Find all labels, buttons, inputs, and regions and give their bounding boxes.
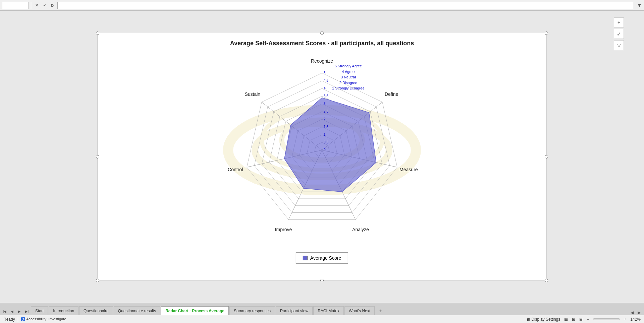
zoom-in-button[interactable]: + bbox=[624, 317, 626, 322]
chart-style-button[interactable]: ⤢ bbox=[614, 29, 624, 39]
resize-handle-br[interactable] bbox=[545, 279, 548, 282]
chart-container: Average Self-Assessment Scores - all par… bbox=[97, 33, 547, 281]
status-divider1 bbox=[18, 317, 18, 322]
sheet-nav-prev[interactable]: ◀ bbox=[9, 308, 15, 315]
chart-legend: Average Score bbox=[296, 252, 348, 264]
chart-filter-button[interactable]: ▽ bbox=[614, 40, 624, 50]
accessibility-icon: ♿ bbox=[21, 317, 25, 321]
legend-color-box bbox=[303, 256, 308, 260]
svg-text:2: 2 bbox=[324, 117, 326, 121]
zoom-bar bbox=[593, 318, 620, 320]
sheet-tabs-right: ◀ ▶ bbox=[629, 310, 642, 315]
view-page-break-icon[interactable]: ⊟ bbox=[579, 317, 583, 322]
zoom-out-button[interactable]: − bbox=[587, 317, 589, 322]
status-right: 🖥 Display Settings ▦ ⊞ ⊟ − + 142% bbox=[526, 317, 641, 322]
scroll-left-arrow[interactable]: ◀ bbox=[629, 310, 635, 315]
axis-label-control: Control bbox=[228, 167, 243, 172]
sheet-nav-next[interactable]: ▶ bbox=[16, 308, 23, 315]
svg-text:1: 1 bbox=[324, 133, 326, 136]
sheet-tab-start[interactable]: Start bbox=[31, 306, 48, 315]
svg-text:0: 0 bbox=[324, 148, 326, 152]
expand-formula-bar[interactable]: ▼ bbox=[637, 2, 642, 8]
axis-label-improve: Improve bbox=[275, 227, 292, 232]
add-chart-element-button[interactable]: + bbox=[614, 17, 624, 27]
sheet-tab-questionnaire-results[interactable]: Questionnaire results bbox=[114, 306, 160, 315]
formula-bar-divider bbox=[31, 2, 31, 9]
formula-input[interactable] bbox=[57, 2, 634, 9]
add-sheet-button[interactable]: + bbox=[377, 307, 385, 315]
svg-text:3.5: 3.5 bbox=[324, 94, 328, 98]
axis-label-measure: Measure bbox=[399, 167, 418, 172]
fx-button[interactable]: fx bbox=[49, 2, 56, 9]
main-area: Average Self-Assessment Scores - all par… bbox=[0, 11, 644, 303]
resize-handle-tl[interactable] bbox=[96, 31, 99, 35]
scroll-right-arrow[interactable]: ▶ bbox=[636, 310, 642, 315]
status-bar: Ready ♿ Accessibility: Investigate 🖥 Dis… bbox=[0, 315, 644, 323]
legend-label: Average Score bbox=[310, 255, 341, 261]
svg-text:4: 4 bbox=[324, 86, 326, 90]
confirm-button[interactable]: ✓ bbox=[41, 2, 48, 9]
right-toolbar: + ⤢ ▽ bbox=[614, 17, 624, 50]
axis-label-analyze: Analyze bbox=[352, 227, 369, 232]
ready-status: Ready bbox=[3, 317, 15, 322]
svg-text:1.5: 1.5 bbox=[324, 125, 328, 129]
radar-chart-svg: RecognizeDefineMeasureAnalyzeImproveCont… bbox=[184, 53, 460, 247]
axis-label-sustain: Sustain bbox=[245, 91, 260, 97]
sheet-tab-questionnaire[interactable]: Questionnaire bbox=[79, 306, 113, 315]
resize-handle-tr[interactable] bbox=[545, 31, 548, 35]
sheet-tab-summary-responses[interactable]: Summary responses bbox=[229, 306, 275, 315]
formula-bar: ✕ ✓ fx ▼ bbox=[0, 0, 644, 11]
svg-text:5: 5 bbox=[324, 71, 326, 75]
view-layout-icon[interactable]: ⊞ bbox=[572, 317, 575, 322]
svg-text:3: 3 bbox=[324, 102, 326, 106]
sheet-tab-participant-view[interactable]: Participant view bbox=[276, 306, 313, 315]
sheet-tabs-bar: |◀ ◀ ▶ ▶| StartIntroductionQuestionnaire… bbox=[0, 303, 644, 315]
zoom-level: 142% bbox=[630, 317, 641, 322]
sheet-tabs-container: StartIntroductionQuestionnaireQuestionna… bbox=[31, 306, 375, 315]
cancel-button[interactable]: ✕ bbox=[33, 2, 40, 9]
display-settings-icon: 🖥 bbox=[526, 317, 530, 322]
resize-handle-bc[interactable] bbox=[320, 279, 324, 282]
axis-label-define: Define bbox=[385, 91, 398, 97]
resize-handle-tc[interactable] bbox=[320, 31, 324, 35]
svg-text:4.5: 4.5 bbox=[324, 79, 328, 82]
sheet-nav-last[interactable]: ▶| bbox=[23, 308, 30, 315]
svg-text:2.5: 2.5 bbox=[324, 110, 328, 113]
chart-title: Average Self-Assessment Scores - all par… bbox=[98, 40, 546, 47]
sheet-tab-radar-chart---process-average[interactable]: Radar Chart - Process Average bbox=[161, 306, 229, 315]
display-settings-label[interactable]: 🖥 Display Settings bbox=[526, 317, 560, 322]
sheet-tab-raci-matrix[interactable]: RACI Matrix bbox=[313, 306, 344, 315]
accessibility-text: Accessibility: Investigate bbox=[26, 317, 66, 321]
cell-reference[interactable] bbox=[2, 2, 29, 9]
resize-handle-bl[interactable] bbox=[96, 279, 99, 282]
svg-text:0.5: 0.5 bbox=[324, 140, 328, 144]
sheet-tab-introduction[interactable]: Introduction bbox=[49, 306, 78, 315]
radar-chart-area: RecognizeDefineMeasureAnalyzeImproveCont… bbox=[98, 53, 546, 247]
view-normal-icon[interactable]: ▦ bbox=[564, 317, 568, 322]
accessibility-label[interactable]: ♿ Accessibility: Investigate bbox=[21, 317, 66, 321]
sheet-nav-first[interactable]: |◀ bbox=[1, 308, 8, 315]
sheet-tab-what's-next[interactable]: What's Next bbox=[344, 306, 375, 315]
display-settings-text: Display Settings bbox=[531, 317, 560, 322]
axis-label-recognize: Recognize bbox=[311, 58, 333, 64]
